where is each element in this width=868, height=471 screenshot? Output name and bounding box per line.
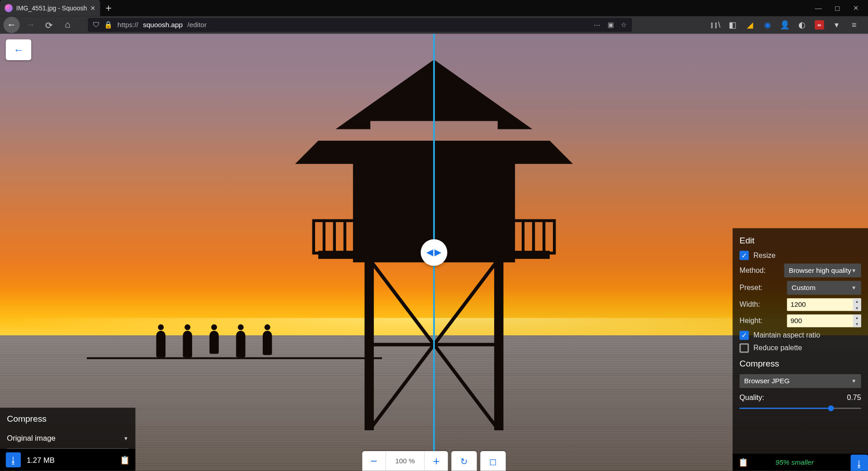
download-icon: ⭳ xyxy=(855,458,863,468)
quality-label: Quality: xyxy=(740,394,764,402)
right-download-bar: 📋 61 kB 95% smaller ⭳ xyxy=(732,453,868,471)
width-label: Width: xyxy=(740,300,787,309)
edit-heading: Edit xyxy=(740,235,861,245)
tab-close-button[interactable]: × xyxy=(90,4,95,13)
left-format-select[interactable]: Original image ▼ xyxy=(7,428,128,449)
window-controls: — ◻ ✕ xyxy=(815,4,868,12)
left-panel: Compress Original image ▼ ⭳ 1.27 MB 📋 xyxy=(0,408,136,471)
left-compress-heading: Compress xyxy=(7,414,128,423)
left-download-bar: ⭳ 1.27 MB 📋 xyxy=(0,449,136,471)
ext-5-icon[interactable]: ▾ xyxy=(832,20,841,29)
chevron-down-icon: ▼ xyxy=(851,378,856,384)
page-actions-icon[interactable]: ⋯ xyxy=(594,21,600,29)
tab-title: IMG_4551.jpg - Squoosh xyxy=(16,5,87,11)
right-download-size: 61 kB xyxy=(753,458,772,466)
left-format-value: Original image xyxy=(7,434,55,442)
favicon-icon xyxy=(5,4,13,12)
toggle-background-button[interactable]: ◻ xyxy=(480,451,505,471)
right-compress-heading: Compress xyxy=(740,358,861,368)
editor-viewport[interactable]: ◀ ▶ ← − 100 % + ↻ ◻ Compress xyxy=(0,33,868,471)
height-input[interactable] xyxy=(787,314,861,327)
ext-1-icon[interactable]: ◢ xyxy=(745,20,755,29)
resize-label: Resize xyxy=(754,252,861,260)
chevron-down-icon: ▼ xyxy=(851,267,856,273)
height-stepper[interactable]: ▲▼ xyxy=(853,314,861,327)
aspect-checkbox[interactable]: ✓ xyxy=(740,331,749,340)
chevron-left-icon: ◀ xyxy=(426,247,433,257)
compare-handle[interactable]: ◀ ▶ xyxy=(421,239,448,266)
resize-checkbox[interactable]: ✓ xyxy=(740,251,749,260)
palette-label: Reduce palette xyxy=(754,344,861,352)
width-stepper[interactable]: ▲▼ xyxy=(853,298,861,311)
nav-forward-button: → xyxy=(23,17,38,32)
height-label: Height: xyxy=(740,317,787,325)
bookmark-icon[interactable]: ☆ xyxy=(621,21,627,29)
compress-format-select[interactable]: Browser JPEG ▼ xyxy=(740,374,861,388)
quality-slider[interactable] xyxy=(740,404,861,412)
compress-format-value: Browser JPEG xyxy=(744,377,790,385)
left-download-button[interactable]: ⭳ xyxy=(6,452,21,467)
reader-icon[interactable]: ▣ xyxy=(608,21,614,29)
chevron-down-icon: ▼ xyxy=(851,285,856,291)
width-input[interactable] xyxy=(787,298,861,311)
ext-4-icon[interactable]: ∞ xyxy=(815,20,824,29)
url-bar[interactable]: 🛡 🔒 https://squoosh.app/editor ⋯ ▣ ☆ xyxy=(88,18,632,32)
zoom-controls: − 100 % + ↻ ◻ xyxy=(362,451,505,471)
shield-icon: 🛡 xyxy=(93,21,99,29)
preset-value: Custom xyxy=(792,284,816,292)
new-tab-button[interactable]: + xyxy=(100,2,118,14)
chevron-down-icon: ▼ xyxy=(123,435,128,441)
home-button[interactable]: ⌂ xyxy=(60,17,75,32)
menu-icon[interactable]: ≡ xyxy=(849,20,859,29)
url-prefix: https:// xyxy=(118,21,138,29)
left-copy-button[interactable]: 📋 xyxy=(120,455,130,464)
download-icon: ⭳ xyxy=(9,455,18,465)
browser-tab[interactable]: IMG_4551.jpg - Squoosh × xyxy=(0,0,100,16)
rotate-button[interactable]: ↻ xyxy=(451,451,476,471)
account-icon[interactable]: 👤 xyxy=(780,20,789,29)
close-window-button[interactable]: ✕ xyxy=(853,4,859,12)
method-label: Method: xyxy=(740,266,784,275)
zoom-value[interactable]: 100 % xyxy=(385,451,425,471)
quality-value: 0.75 xyxy=(847,394,861,402)
chevron-right-icon: ▶ xyxy=(434,247,441,257)
arrow-left-icon: ← xyxy=(13,44,24,56)
palette-checkbox[interactable] xyxy=(740,343,749,352)
ext-3-icon[interactable]: ◐ xyxy=(797,20,807,29)
background-icon: ◻ xyxy=(489,456,497,466)
zoom-in-button[interactable]: + xyxy=(425,451,448,471)
window-title-bar: IMG_4551.jpg - Squoosh × + — ◻ ✕ xyxy=(0,0,868,16)
url-path: /editor xyxy=(187,21,207,29)
left-download-size: 1.27 MB xyxy=(27,456,55,464)
nav-back-button[interactable]: ← xyxy=(4,17,20,33)
right-download-pct: 95% smaller xyxy=(776,458,814,466)
aspect-label: Maintain aspect ratio xyxy=(754,331,861,339)
lock-icon: 🔒 xyxy=(104,21,113,29)
rotate-icon: ↻ xyxy=(460,456,468,466)
url-domain: squoosh.app xyxy=(143,21,183,29)
reload-button[interactable]: ⟳ xyxy=(42,17,57,32)
preset-label: Preset: xyxy=(740,284,787,292)
right-panel: Edit ✓ Resize Method: Browser high quali… xyxy=(732,228,868,453)
preset-select[interactable]: Custom ▼ xyxy=(787,281,861,295)
browser-toolbar: ← → ⟳ ⌂ 🛡 🔒 https://squoosh.app/editor ⋯… xyxy=(0,16,868,33)
maximize-button[interactable]: ◻ xyxy=(835,4,840,12)
minimize-button[interactable]: — xyxy=(815,4,821,12)
right-copy-button[interactable]: 📋 xyxy=(738,457,748,466)
ext-2-icon[interactable]: ◉ xyxy=(763,20,772,29)
right-download-button[interactable]: ⭳ xyxy=(851,455,868,471)
zoom-out-button[interactable]: − xyxy=(362,451,385,471)
library-icon[interactable]: ⫿⫿\ xyxy=(711,20,720,29)
method-value: Browser high quality xyxy=(789,266,851,275)
sidebar-icon[interactable]: ◧ xyxy=(728,20,737,29)
slider-thumb[interactable] xyxy=(828,405,834,411)
back-button[interactable]: ← xyxy=(6,39,31,60)
method-select[interactable]: Browser high quality ▼ xyxy=(784,263,861,277)
